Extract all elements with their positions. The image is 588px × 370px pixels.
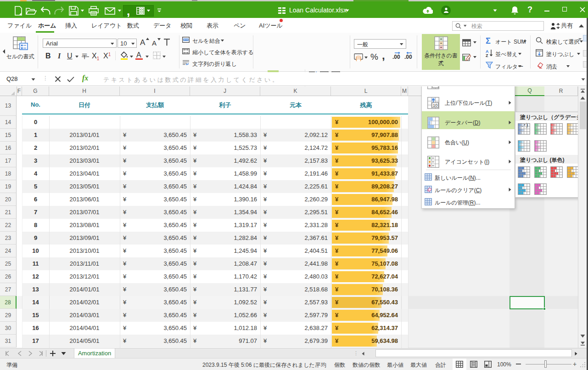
svg-text:.00: .00 bbox=[404, 54, 412, 60]
svg-text:>: > bbox=[434, 86, 436, 88]
svg-text:.00: .00 bbox=[392, 54, 400, 60]
svg-text:Z: Z bbox=[486, 53, 488, 57]
svg-text:10: 10 bbox=[433, 103, 437, 108]
